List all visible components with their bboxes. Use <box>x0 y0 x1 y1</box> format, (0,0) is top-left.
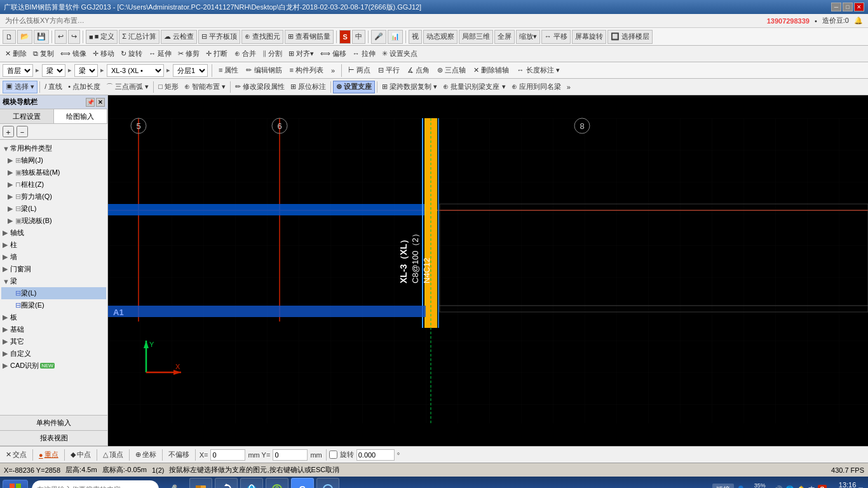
taskbar-search-input[interactable] <box>32 480 159 488</box>
maximize-button[interactable]: □ <box>843 3 853 11</box>
tree-beam-sub[interactable]: ▶ ⊟ 梁(L) <box>1 203 106 215</box>
tree-shear[interactable]: ▶ ⊟ 剪力墙(Q) <box>1 191 106 203</box>
copy-button[interactable]: ⧉ 复制 <box>31 48 57 60</box>
snap-endpoint-button[interactable]: ● 重点 <box>36 449 62 461</box>
mic-button[interactable]: 🎤 <box>371 30 386 44</box>
trim-button[interactable]: ✂ 修剪 <box>175 48 202 60</box>
tree-beam2[interactable]: ▼ 梁 <box>1 275 106 287</box>
tree-wall[interactable]: ▶ 墙 <box>1 251 106 263</box>
tree-axis2[interactable]: ▶ 轴线 <box>1 227 106 239</box>
two-pt-button[interactable]: ⊢ 两点 <box>346 64 373 77</box>
cloud-button[interactable]: ☁ 云检查 <box>161 30 197 44</box>
taskbar-app-rotate[interactable] <box>215 478 238 488</box>
new-button[interactable]: 🗋 <box>3 30 16 44</box>
move-button[interactable]: ✛ 移动 <box>90 48 117 60</box>
rotate-checkbox[interactable] <box>329 451 337 459</box>
define-button[interactable]: ■ ■ 定义 <box>86 30 118 44</box>
component-sub-select[interactable]: 梁 <box>74 64 98 77</box>
rotate-button[interactable]: ↻ 旋转 <box>118 48 145 60</box>
point-len-button[interactable]: • 点加长度 <box>65 81 103 93</box>
tree-custom[interactable]: ▶ 自定义 <box>1 348 106 360</box>
find-ele-button[interactable]: ⊕ 查找图元 <box>241 30 283 44</box>
beam-spec-select[interactable]: XL-3 (XL • <box>107 64 164 77</box>
copy-span-button[interactable]: ⊞ 梁跨数据复制 ▾ <box>379 81 440 93</box>
y-input[interactable] <box>273 449 308 461</box>
tree-add-button[interactable]: ＋ <box>3 126 14 137</box>
calc-button[interactable]: Σ 汇总计算 <box>119 30 159 44</box>
rect-tool-button[interactable]: □ 矩形 <box>156 81 181 93</box>
taskbar-app-files[interactable] <box>189 478 212 488</box>
view-button[interactable]: 视 <box>409 30 422 44</box>
split-button[interactable]: ∥ 分割 <box>260 48 285 60</box>
report-view-button[interactable]: 报表视图 <box>0 431 107 446</box>
taskbar-app-ie[interactable] <box>240 478 263 488</box>
tree-beam-l[interactable]: ⊟ 梁(L) <box>1 287 106 299</box>
tree-minus-button[interactable]: － <box>17 126 28 137</box>
parallel-button[interactable]: ⊟ 平行 <box>376 64 402 77</box>
zhong-button[interactable]: 中 <box>352 30 365 44</box>
smart-layout-button[interactable]: ⊕ 智能布置 ▾ <box>182 81 228 93</box>
tree-ring-beam[interactable]: ⊟ 圈梁(E) <box>1 299 106 311</box>
expand-tray-button[interactable]: □ <box>858 485 863 488</box>
tree-common[interactable]: ▼ 常用构件类型 <box>1 142 106 154</box>
canvas-area[interactable]: 5 6 8 A1 <box>108 95 868 446</box>
tab-project-settings[interactable]: 工程设置 <box>0 109 54 123</box>
save-button[interactable]: 💾 <box>34 30 49 44</box>
dim-mark-button[interactable]: ↔ 长度标注 ▾ <box>514 64 562 77</box>
taskbar-app-globe[interactable] <box>316 478 339 488</box>
tree-col2[interactable]: ▶ 柱 <box>1 239 106 251</box>
layer-select[interactable]: 分层1 <box>173 64 208 77</box>
mod-seg-button[interactable]: ✏ 修改梁段属性 <box>233 81 287 93</box>
comp-list-button[interactable]: ≡ 构件列表 <box>287 64 326 77</box>
local3d-button[interactable]: 局部三维 <box>459 30 493 44</box>
snap-vertex-button[interactable]: △ 顶点 <box>100 449 126 461</box>
three-arc-button[interactable]: ⌒ 三点画弧 ▾ <box>104 81 151 93</box>
select-tool-button[interactable]: ▣ 选择 ▾ <box>3 81 37 93</box>
three-axis-button[interactable]: ⊛ 三点轴 <box>435 64 468 77</box>
single-input-button[interactable]: 单构件输入 <box>0 416 107 431</box>
batch-id-button[interactable]: ⊕ 批量识别梁支座 ▾ <box>440 81 508 93</box>
taskbar-app-snail[interactable] <box>266 478 288 488</box>
tree-indep[interactable]: ▶ ▣ 独板基础(M) <box>1 166 106 179</box>
snap-midpoint-button[interactable]: ◆ 中点 <box>67 449 94 461</box>
tree-axis[interactable]: ▶ ⊞ 轴网(J) <box>1 154 106 166</box>
extend-button[interactable]: ↔ 延伸 <box>146 48 174 60</box>
expand-button[interactable]: » <box>329 64 337 77</box>
zoom-button[interactable]: 缩放▾ <box>516 30 540 44</box>
line-tool-button[interactable]: / 直线 <box>42 81 65 93</box>
mirror-button[interactable]: ⟺ 镜像 <box>58 48 89 60</box>
open-button[interactable]: 📂 <box>17 30 32 44</box>
undo-button[interactable]: ↩ <box>55 30 67 44</box>
taskbar-mic-button[interactable]: 🎤 <box>160 478 183 488</box>
stretch-button[interactable]: ↔ 拉伸 <box>350 48 378 60</box>
start-button[interactable] <box>3 480 28 488</box>
offset-button[interactable]: ⟺ 偏移 <box>318 48 349 60</box>
merge-button[interactable]: ⊕ 合并 <box>232 48 259 60</box>
close-button[interactable]: ✕ <box>854 3 864 11</box>
apply-same-button[interactable]: ⊕ 应用到同名梁 <box>509 81 564 93</box>
redo-button[interactable]: ↪ <box>68 30 80 44</box>
tree-slab[interactable]: ▶ ▣ 现浇板(B) <box>1 215 106 227</box>
anim-button[interactable]: 动态观察 <box>423 30 458 44</box>
phone-number[interactable]: 13907298339 <box>767 17 810 25</box>
view-calc-button[interactable]: ⊞ 查看钢筋量 <box>285 30 334 44</box>
taskbar-app-g[interactable]: G <box>291 478 314 488</box>
screen-rotate-button[interactable]: 屏幕旋转 <box>572 30 606 44</box>
set-support-button[interactable]: ⊛ 设置支座 <box>333 81 375 93</box>
snap-coords-button[interactable]: ⊕ 坐标 <box>132 449 159 461</box>
s-logo-button[interactable]: S <box>339 30 350 44</box>
orig-mark-button[interactable]: ⊞ 原位标注 <box>288 81 329 93</box>
snap-intersect-button[interactable]: ✕ 交点 <box>3 449 30 461</box>
minimize-button[interactable]: ─ <box>831 3 841 11</box>
edit-rebar-button[interactable]: ✏ 编辑钢筋 <box>243 64 284 77</box>
angle-pt-button[interactable]: ∡ 点角 <box>405 64 432 77</box>
fullscreen-button[interactable]: 全屏 <box>494 30 515 44</box>
tree-col[interactable]: ▶ ⊓ 框柱(Z) <box>1 179 106 191</box>
panel-close-button[interactable]: ✕ <box>96 98 105 107</box>
props-button[interactable]: ≡ 属性 <box>216 64 241 77</box>
more-tools-button[interactable]: » <box>564 81 573 93</box>
tree-door[interactable]: ▶ 门窗洞 <box>1 263 106 275</box>
snap-nosnap-button[interactable]: 不偏移 <box>165 449 193 461</box>
pan-button[interactable]: ↔ 平移 <box>541 30 571 44</box>
intersect-button[interactable]: ✛ 打断 <box>203 48 230 60</box>
